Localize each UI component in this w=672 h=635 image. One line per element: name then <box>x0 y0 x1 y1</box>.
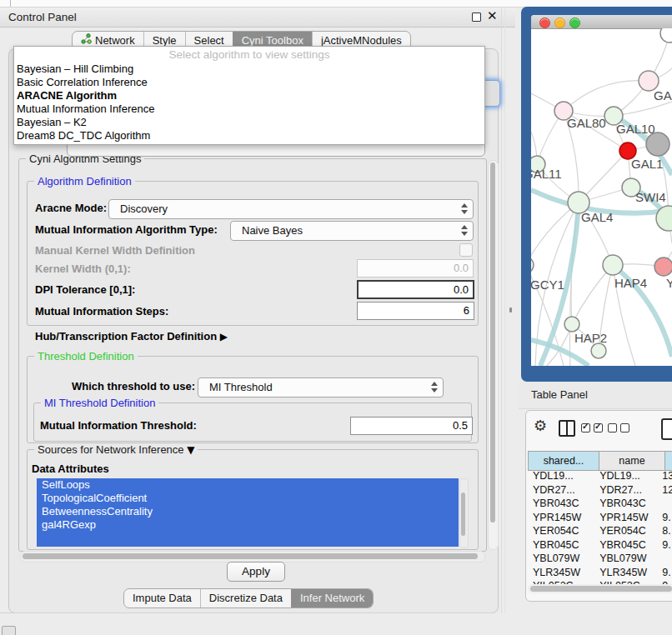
table-cell: YBR045C <box>529 538 593 552</box>
mac-zoom-icon[interactable] <box>569 18 580 28</box>
network-node-hap2[interactable] <box>564 317 579 332</box>
group-title: Threshold Definition <box>34 350 138 362</box>
mi-steps-label: Mutual Information Steps: <box>35 305 168 318</box>
table-cell: YBR043C <box>593 497 655 511</box>
deselect-all-checkboxes-icon[interactable] <box>608 423 629 432</box>
gear-icon[interactable]: ⚙ <box>534 417 547 434</box>
table-cell: YER054C <box>529 524 593 538</box>
algorithm-list: Bayesian – Hill ClimbingBasic Correlatio… <box>17 62 482 142</box>
stepper-icon <box>461 225 468 236</box>
node-label-node-c: Y <box>666 276 672 290</box>
network-window-titlebar[interactable] <box>531 15 672 29</box>
list-vertical-scrollbar[interactable] <box>459 478 469 548</box>
cyni-mode-tabs: Impute DataDiscretize DataInfer Network <box>123 588 374 608</box>
collapse-down-icon: ▼ <box>187 444 194 456</box>
divider-handle[interactable] <box>509 308 512 312</box>
table-row[interactable]: YBR045CYBR045C9. <box>529 538 672 552</box>
table-cell: YDL19... <box>529 469 593 483</box>
mi-threshold-label: Mutual Information Threshold: <box>40 419 197 432</box>
export-table-icon[interactable] <box>661 418 672 440</box>
table-cell: 9. <box>655 511 672 525</box>
attribute-item-selected[interactable]: TopologicalCoefficient <box>37 492 459 505</box>
table-cell: YPR145W <box>529 511 593 525</box>
mac-minimize-icon[interactable] <box>554 18 565 28</box>
aracne-mode-select[interactable]: Discovery <box>108 199 474 219</box>
table-row[interactable]: YBR043CYBR043C <box>529 497 672 511</box>
network-node-node-d[interactable] <box>591 343 606 358</box>
algorithm-option[interactable]: Bayesian – Hill Climbing <box>17 62 482 76</box>
group-title: MI Threshold Definition <box>41 397 158 409</box>
algorithm-option[interactable]: Mutual Information Inference <box>17 102 482 116</box>
table-horizontal-scrollbar[interactable] <box>528 584 672 593</box>
manual-kernel-checkbox[interactable] <box>459 243 473 257</box>
tab-impute-data[interactable]: Impute Data <box>124 589 200 608</box>
group-title: Algorithm Definition <box>34 175 135 188</box>
node-label-gal2: GAL <box>654 88 672 102</box>
sources-toggle[interactable]: Sources for Network Inference ▼ <box>34 443 198 456</box>
column-header-shared[interactable]: shared... <box>528 451 599 471</box>
tab-discretize-data[interactable]: Discretize Data <box>200 589 291 608</box>
table-row[interactable]: YBL079WYBL079W <box>529 552 672 566</box>
hub-definition-toggle[interactable]: Hub/Transcription Factor Definition ▶ <box>35 330 228 342</box>
settings-vertical-scrollbar[interactable] <box>488 160 499 550</box>
network-view-window[interactable]: GALGAL80GAL10GAL1GAL11SWI4GAL4GCY1HAP4YH… <box>531 15 672 366</box>
which-threshold-select[interactable]: MI Threshold <box>198 378 444 398</box>
algorithm-option[interactable]: Basic Correlation Inference <box>17 76 482 89</box>
network-node-node-c[interactable] <box>654 258 672 276</box>
algorithm-option[interactable]: ARACNE Algorithm <box>17 89 482 102</box>
application-window: Control Panel ✕ NetworkStyleSelectCyni T… <box>0 0 672 635</box>
dpi-tolerance-field[interactable]: 0.0 <box>357 280 474 299</box>
table-row[interactable]: YDR27...YDR27...12 <box>529 483 672 498</box>
attribute-item-selected[interactable]: SelfLoops <box>37 478 459 492</box>
mi-algorithm-type-label: Mutual Information Algorithm Type: <box>35 223 218 236</box>
column-header-a[interactable]: A <box>664 451 672 471</box>
popup-placeholder: Select algorithm to view settings <box>14 48 484 61</box>
scrollbar-thumb[interactable] <box>490 162 495 522</box>
tab-infer-network[interactable]: Infer Network <box>291 589 373 608</box>
node-label-gal80: GAL80 <box>567 116 606 130</box>
hub-definition-label: Hub/Transcription Factor Definition <box>35 330 217 342</box>
network-canvas[interactable]: GALGAL80GAL10GAL1GAL11SWI4GAL4GCY1HAP4YH… <box>531 28 672 366</box>
table-row[interactable]: YER054CYER054C8. <box>529 524 672 538</box>
bottom-left-icon[interactable] <box>2 626 16 635</box>
float-window-icon[interactable] <box>472 12 481 22</box>
node-label-gal11: GAL11 <box>531 167 562 181</box>
table-cell: YBR045C <box>593 538 655 552</box>
node-label-hap2: HAP2 <box>574 331 607 345</box>
mac-close-icon[interactable] <box>539 18 550 28</box>
scrollbar-thumb[interactable] <box>530 586 672 592</box>
split-columns-icon[interactable] <box>559 420 575 437</box>
table-row[interactable]: YDL19...YDL19...13 <box>529 469 672 483</box>
network-node-hap4[interactable] <box>603 255 623 275</box>
table-row[interactable]: YLR345WYLR345W9. <box>529 566 672 580</box>
table-cell: 9. <box>655 538 672 552</box>
close-icon[interactable]: ✕ <box>487 8 498 23</box>
table-cell: 12 <box>655 483 672 498</box>
algorithm-option[interactable]: Bayesian – K2 <box>17 116 482 129</box>
data-attributes-list[interactable]: SelfLoopsTopologicalCoefficientBetweenne… <box>37 478 459 547</box>
manual-kernel-label: Manual Kernel Width Definition <box>35 244 195 257</box>
algorithm-option[interactable]: Dream8 DC_TDC Algorithm <box>17 129 482 142</box>
network-node-node-gray[interactable] <box>646 132 669 156</box>
apply-button[interactable]: Apply <box>227 562 285 582</box>
select-all-checkboxes-icon[interactable] <box>581 423 603 432</box>
mi-algorithm-type-select[interactable]: Naive Bayes <box>230 221 474 241</box>
attribute-item-selected[interactable]: BetweennessCentrality <box>37 505 459 518</box>
network-node-node-a[interactable] <box>660 28 672 42</box>
network-node-gcy1[interactable] <box>531 257 534 273</box>
control-panel-header: Control Panel ✕ <box>0 8 515 28</box>
stepper-icon <box>461 203 468 214</box>
network-edge <box>564 81 649 111</box>
column-header-name[interactable]: name <box>599 451 665 471</box>
horizontal-scrollbar[interactable] <box>20 551 485 562</box>
attribute-item-selected[interactable]: gal4RGexp <box>37 518 459 532</box>
scrollbar-thumb[interactable] <box>23 553 478 559</box>
table-panel-title: Table Panel <box>531 388 588 401</box>
mi-threshold-field[interactable]: 0.5 <box>350 417 473 435</box>
kernel-width-field[interactable]: 0.0 <box>357 259 474 278</box>
table-cell: YBR043C <box>529 497 593 511</box>
table-row[interactable]: YPR145WYPR145W9. <box>529 511 672 525</box>
mi-steps-field[interactable]: 6 <box>357 302 474 320</box>
scrollbar-thumb[interactable] <box>461 492 465 536</box>
table-cell <box>655 552 672 566</box>
